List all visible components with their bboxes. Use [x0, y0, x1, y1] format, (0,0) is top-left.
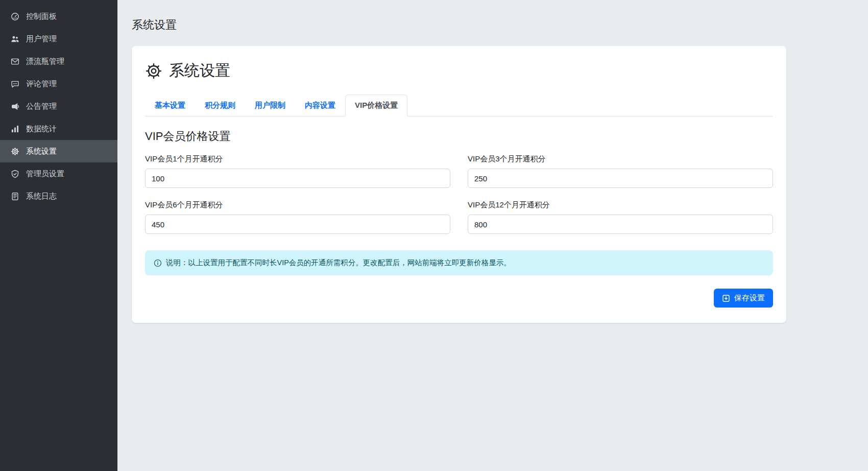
sidebar-item-label: 系统设置 — [26, 147, 57, 156]
sidebar-item-label: 系统日志 — [26, 192, 57, 201]
comment-icon — [11, 80, 19, 88]
sidebar-item-stats[interactable]: 数据统计 — [0, 117, 117, 140]
sidebar-item-settings[interactable]: 系统设置 — [0, 140, 117, 162]
save-button[interactable]: 保存设置 — [714, 289, 773, 308]
vip-1month-input[interactable] — [145, 169, 450, 188]
vip-6month-input[interactable] — [145, 215, 450, 234]
card-title: 系统设置 — [169, 60, 230, 81]
tab-vip-price-settings[interactable]: VIP价格设置 — [345, 95, 407, 116]
envelope-icon — [11, 57, 19, 66]
shield-icon — [11, 170, 19, 178]
sidebar-item-users[interactable]: 用户管理 — [0, 28, 117, 50]
sidebar-item-label: 评论管理 — [26, 79, 57, 89]
sidebar-item-label: 控制面板 — [26, 12, 57, 21]
vip-3month-input[interactable] — [468, 169, 773, 188]
users-icon — [11, 35, 19, 43]
section-title: VIP会员价格设置 — [145, 129, 773, 144]
vip-12month-input[interactable] — [468, 215, 773, 234]
info-icon — [154, 259, 162, 267]
vip-6month-label: VIP会员6个月开通积分 — [145, 200, 450, 210]
card-title-row: 系统设置 — [145, 60, 773, 81]
sidebar-item-label: 漂流瓶管理 — [26, 57, 64, 66]
sidebar-item-label: 用户管理 — [26, 34, 57, 44]
dashboard-icon — [11, 12, 19, 21]
sidebar-item-logs[interactable]: 系统日志 — [0, 185, 117, 207]
sidebar-item-label: 数据统计 — [26, 124, 57, 134]
tab-basic-settings[interactable]: 基本设置 — [145, 95, 195, 116]
vip-3month-label: VIP会员3个月开通积分 — [468, 154, 773, 164]
sidebar-item-comments[interactable]: 评论管理 — [0, 73, 117, 95]
vip-price-form: VIP会员1个月开通积分 VIP会员3个月开通积分 VIP会员6个月开通积分 V… — [145, 154, 773, 234]
main-content: 系统设置 系统设置 基本设置 积分规则 用户限制 内容设置 VIP价格设置 VI… — [117, 0, 868, 471]
sidebar-item-label: 公告管理 — [26, 102, 57, 111]
info-alert: 说明：以上设置用于配置不同时长VIP会员的开通所需积分。更改配置后，网站前端将立… — [145, 250, 773, 275]
bar-chart-icon — [11, 125, 19, 133]
save-button-label: 保存设置 — [734, 293, 765, 303]
app-root: 控制面板 用户管理 漂流瓶管理 评论管理 公告管理 — [0, 0, 868, 471]
megaphone-icon — [11, 102, 19, 111]
sidebar-item-dashboard[interactable]: 控制面板 — [0, 5, 117, 28]
field-vip-12month: VIP会员12个月开通积分 — [468, 200, 773, 234]
info-alert-text: 说明：以上设置用于配置不同时长VIP会员的开通所需积分。更改配置后，网站前端将立… — [166, 258, 511, 268]
sidebar-item-announcements[interactable]: 公告管理 — [0, 95, 117, 117]
sidebar-item-bottles[interactable]: 漂流瓶管理 — [0, 50, 117, 73]
gear-icon — [145, 62, 162, 80]
tab-user-limits[interactable]: 用户限制 — [245, 95, 295, 116]
settings-card: 系统设置 基本设置 积分规则 用户限制 内容设置 VIP价格设置 VIP会员价格… — [132, 46, 786, 323]
field-vip-3month: VIP会员3个月开通积分 — [468, 154, 773, 188]
field-vip-6month: VIP会员6个月开通积分 — [145, 200, 450, 234]
journal-icon — [11, 192, 19, 201]
vip-12month-label: VIP会员12个月开通积分 — [468, 200, 773, 210]
vip-1month-label: VIP会员1个月开通积分 — [145, 154, 450, 164]
sidebar-item-label: 管理员设置 — [26, 169, 64, 179]
save-icon — [722, 294, 730, 302]
tab-bar: 基本设置 积分规则 用户限制 内容设置 VIP价格设置 — [145, 95, 773, 116]
field-vip-1month: VIP会员1个月开通积分 — [145, 154, 450, 188]
tab-content-settings[interactable]: 内容设置 — [295, 95, 345, 116]
sidebar: 控制面板 用户管理 漂流瓶管理 评论管理 公告管理 — [0, 0, 117, 471]
card-actions: 保存设置 — [145, 289, 773, 308]
sidebar-item-admin[interactable]: 管理员设置 — [0, 162, 117, 185]
gear-icon — [11, 147, 19, 156]
tab-points-rules[interactable]: 积分规则 — [195, 95, 245, 116]
page-title: 系统设置 — [132, 17, 786, 33]
